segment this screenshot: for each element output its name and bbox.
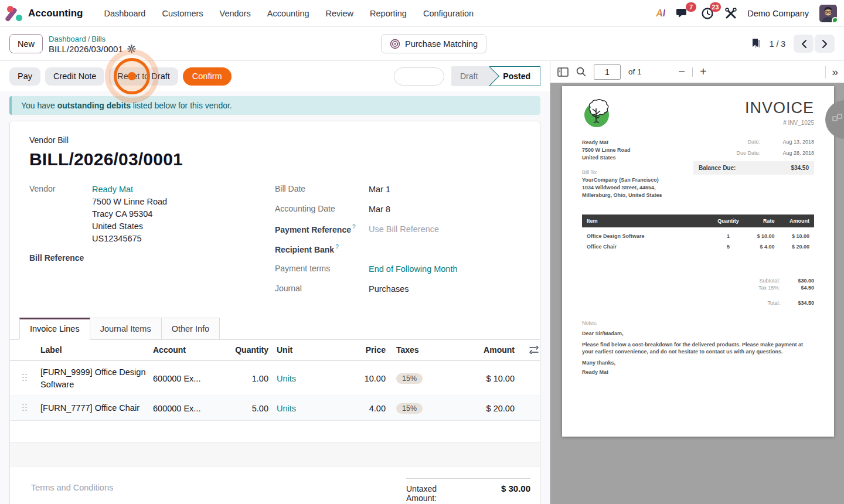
journal-field[interactable]: Purchases (369, 283, 409, 295)
bill-date-label: Bill Date (275, 183, 369, 196)
accounting-date-label: Accounting Date (275, 203, 369, 216)
reset-to-draft-button[interactable]: Reset to Draft (109, 67, 178, 86)
sidebar-toggle-icon[interactable] (557, 67, 569, 77)
vendor-address-line: United States (92, 220, 167, 233)
bill-date-field[interactable]: Mar 1 (369, 183, 390, 196)
pdf-page: INVOICE # INV_1025 Ready Mat 7500 W Linn… (562, 86, 834, 437)
col-account[interactable]: Account (151, 342, 230, 358)
empty-line-row[interactable] (10, 421, 540, 442)
tax-badge[interactable]: 15% (396, 373, 423, 384)
line-amount: $ 20.00 (464, 400, 517, 417)
line-account[interactable]: 600000 Ex... (151, 370, 230, 387)
activities-icon[interactable]: 23 (700, 6, 714, 21)
totals-block: Untaxed Amount: $ 30.00 Tax 15%: $ 4.50 … (406, 478, 530, 504)
line-unit[interactable]: Units (271, 370, 315, 387)
statusbar-buttons: Pay Credit Note Reset to Draft Confirm D… (0, 61, 550, 91)
column-settings-icon[interactable] (529, 346, 539, 354)
menu-review[interactable]: Review (320, 5, 360, 22)
line-unit[interactable]: Units (271, 400, 315, 417)
page-number-input[interactable] (594, 64, 621, 80)
purchase-matching-button[interactable]: Purchase Matching (381, 34, 486, 53)
credit-note-button[interactable]: Credit Note (45, 67, 104, 86)
menu-vendors[interactable]: Vendors (214, 5, 257, 22)
search-icon[interactable] (576, 67, 586, 77)
concentric-circles-icon (390, 39, 400, 49)
col-quantity[interactable]: Quantity (230, 342, 271, 358)
pay-button[interactable]: Pay (9, 67, 40, 86)
col-price[interactable]: Price (315, 342, 388, 358)
document-type-label: Vendor Bill (29, 135, 520, 145)
line-quantity[interactable]: 5.00 (230, 400, 271, 417)
bill-reference-label: Bill Reference (29, 253, 92, 265)
breadcrumb-dashboard[interactable]: Dashboard (49, 35, 86, 43)
app-name: Accounting (28, 8, 83, 19)
online-status-dot (832, 17, 837, 22)
line-label[interactable]: [FURN_9999] Office Design Software (38, 363, 151, 394)
menu-configuration[interactable]: Configuration (417, 5, 479, 22)
ai-assistant-icon[interactable]: AI (656, 8, 665, 19)
help-icon: ? (335, 244, 339, 250)
col-taxes[interactable]: Taxes (388, 342, 464, 358)
messages-icon[interactable]: 7 (676, 6, 690, 21)
messages-badge: 7 (686, 2, 696, 12)
tax-badge[interactable]: 15% (396, 403, 423, 414)
recipient-bank-label: Recipient Bank? (275, 243, 369, 256)
company-switcher[interactable]: Demo Company (747, 9, 809, 18)
chevron-right-icon (822, 40, 828, 48)
menu-dashboard[interactable]: Dashboard (98, 5, 152, 22)
menu-customers[interactable]: Customers (156, 5, 209, 22)
col-amount[interactable]: Amount (464, 342, 517, 358)
toolbar-divider (692, 67, 693, 77)
chevron-left-icon (801, 40, 806, 48)
outstanding-debits-alert: You have outstanding debits listed below… (9, 96, 540, 115)
pdf-seller-country: United States (582, 154, 693, 162)
toolbar-more-button[interactable]: » (825, 66, 837, 79)
line-account[interactable]: 600000 Ex... (151, 400, 230, 417)
line-price[interactable]: 10.00 (315, 370, 388, 387)
line-label[interactable]: [FURN_7777] Office Chair (38, 399, 151, 418)
main-menu: Dashboard Customers Vendors Accounting R… (98, 5, 480, 22)
bookmark-icon[interactable] (751, 38, 761, 49)
page-count-label: of 1 (628, 67, 642, 76)
zoom-in-button[interactable]: + (700, 65, 707, 79)
pdf-item-row: Office Design Software 1 $ 10.00 $ 10.00 (582, 227, 814, 241)
vendor-link[interactable]: Ready Mat (92, 185, 133, 194)
status-posted[interactable]: Posted (489, 66, 540, 86)
confirm-button[interactable]: Confirm (183, 67, 232, 86)
pdf-seller-street: 7500 W Linne Road (582, 147, 693, 154)
zoom-out-button[interactable]: − (678, 65, 685, 79)
col-unit[interactable]: Unit (271, 342, 315, 358)
new-button[interactable]: New (9, 34, 43, 53)
breadcrumb-bills[interactable]: Bills (91, 35, 106, 43)
top-navbar: Accounting Dashboard Customers Vendors A… (0, 0, 844, 27)
payment-terms-field[interactable]: End of Following Month (369, 264, 458, 274)
invoice-line-row[interactable]: [FURN_7777] Office Chair 600000 Ex... 5.… (10, 396, 540, 421)
menu-reporting[interactable]: Reporting (364, 5, 413, 22)
accounting-date-field[interactable]: Mar 8 (369, 203, 390, 216)
form-view: Pay Credit Note Reset to Draft Confirm D… (0, 61, 550, 504)
gear-icon[interactable] (127, 45, 136, 53)
tab-journal-items[interactable]: Journal Items (90, 318, 162, 339)
status-widget: Draft Posted (451, 66, 540, 86)
attachment-preview-pane: of 1 − + » INVOICE (550, 61, 844, 504)
col-label[interactable]: Label (38, 342, 151, 358)
pdf-date-value: Aug 13, 2018 (760, 139, 814, 145)
bill-sheet: Vendor Bill BILL/2026/03/0001 Vendor Rea… (9, 121, 540, 504)
app-brand[interactable]: Accounting (7, 6, 83, 21)
empty-status-pill[interactable] (394, 67, 444, 86)
pdf-date-label: Date: (747, 139, 760, 145)
menu-accounting[interactable]: Accounting (261, 5, 315, 22)
pager-next-button[interactable] (815, 35, 835, 53)
pager-previous-button[interactable] (794, 35, 814, 53)
terms-and-conditions-field[interactable]: Terms and Conditions (31, 478, 113, 504)
line-price[interactable]: 4.00 (315, 400, 388, 417)
tab-other-info[interactable]: Other Info (161, 318, 220, 339)
user-avatar[interactable] (819, 5, 837, 22)
tab-invoice-lines[interactable]: Invoice Lines (19, 318, 90, 339)
tools-icon[interactable] (725, 8, 737, 19)
invoice-line-row[interactable]: [FURN_9999] Office Design Software 60000… (10, 361, 540, 396)
payment-reference-field[interactable]: Use Bill Reference (369, 223, 439, 236)
pdf-bill-to-street: 1034 Wildwood Street, 44654, (582, 184, 693, 192)
pdf-balance-due-row: Balance Due: $34.50 (693, 161, 814, 175)
line-quantity[interactable]: 1.00 (230, 370, 271, 387)
